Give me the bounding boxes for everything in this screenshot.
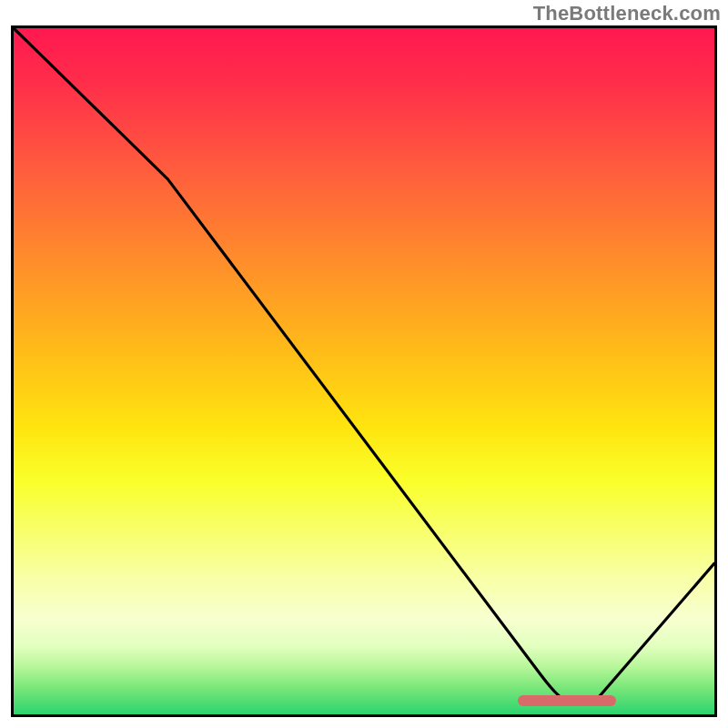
bottleneck-curve: [14, 28, 714, 701]
curve-svg: [14, 28, 714, 714]
optimal-range-marker: [518, 695, 616, 706]
plot-area: [11, 25, 717, 717]
chart-canvas: TheBottleneck.com: [0, 0, 728, 728]
watermark-text: TheBottleneck.com: [533, 2, 721, 25]
